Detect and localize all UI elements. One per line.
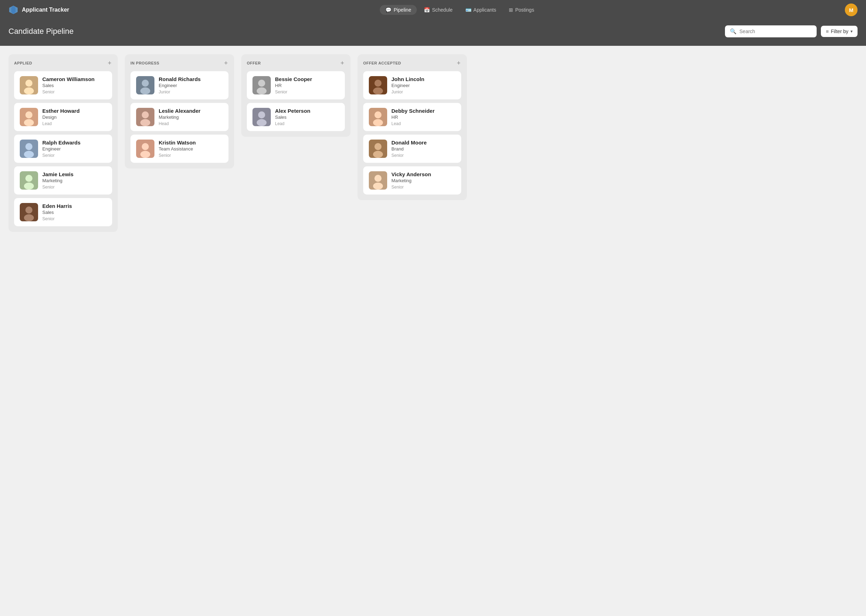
svg-point-20 <box>258 112 265 118</box>
card-dept: Design <box>42 115 107 120</box>
column-title-applied: APPLIED <box>14 61 32 65</box>
card-dept: Marketing <box>391 178 455 183</box>
avatar-face-icon <box>20 108 38 126</box>
card-item[interactable]: John Lincoln Engineer Junior <box>363 71 461 99</box>
card-dept: Sales <box>275 115 339 120</box>
card-item[interactable]: Kristin Watson Team Assistance Senior <box>131 135 228 163</box>
svg-point-24 <box>375 112 381 118</box>
svg-point-11 <box>24 214 34 221</box>
column-header-in-progress: IN PROGRESS + <box>131 60 228 66</box>
card-item[interactable]: Cameron Williamson Sales Senior <box>14 71 112 99</box>
card-info: Vicky Anderson Marketing Senior <box>391 171 455 190</box>
applicants-nav-label: Applicants <box>474 7 496 13</box>
card-level: Lead <box>391 121 455 126</box>
card-avatar <box>252 108 271 126</box>
card-info: Alex Peterson Sales Lead <box>275 108 339 126</box>
add-card-button-in-progress[interactable]: + <box>223 60 228 66</box>
card-item[interactable]: Ralph Edwards Engineer Senior <box>14 135 112 163</box>
card-avatar <box>20 108 38 126</box>
card-info: Cameron Williamson Sales Senior <box>42 76 107 94</box>
card-name: Leslie Alexander <box>159 108 223 114</box>
svg-point-3 <box>24 87 34 94</box>
card-name: Vicky Anderson <box>391 171 455 177</box>
page-title: Candidate Pipeline <box>8 27 74 36</box>
svg-point-9 <box>24 182 34 190</box>
search-box[interactable]: 🔍 <box>725 25 817 37</box>
add-card-button-offer-accepted[interactable]: + <box>456 60 461 66</box>
nav-tab-pipeline[interactable]: 💬Pipeline <box>380 5 417 15</box>
card-item[interactable]: Alex Peterson Sales Lead <box>247 103 345 131</box>
svg-point-21 <box>257 119 266 126</box>
card-avatar <box>369 108 387 126</box>
logo-area: Applicant Tracker <box>8 5 69 15</box>
svg-point-26 <box>375 143 381 150</box>
card-avatar <box>136 140 154 158</box>
column-header-applied: APPLIED + <box>14 60 112 66</box>
card-info: Kristin Watson Team Assistance Senior <box>159 140 223 158</box>
card-dept: Team Assistance <box>159 146 223 151</box>
avatar-face-icon <box>136 76 154 94</box>
header-controls: 🔍 ≡ Filter by ▾ <box>725 25 858 37</box>
svg-point-19 <box>257 87 266 94</box>
card-dept: Engineer <box>42 146 107 151</box>
pipeline-nav-label: Pipeline <box>394 7 411 13</box>
avatar-face-icon <box>136 108 154 126</box>
avatar-face-icon <box>252 76 271 94</box>
card-info: Bessie Cooper HR Senior <box>275 76 339 94</box>
svg-point-25 <box>373 119 383 126</box>
svg-point-4 <box>25 112 32 118</box>
card-dept: Engineer <box>159 83 223 88</box>
card-dept: Sales <box>42 210 107 215</box>
card-name: Donald Moore <box>391 140 455 146</box>
column-title-offer: OFFER <box>247 61 261 65</box>
add-card-button-applied[interactable]: + <box>107 60 112 66</box>
card-name: Esther Howard <box>42 108 107 114</box>
card-name: Alex Peterson <box>275 108 339 114</box>
card-item[interactable]: Debby Schneider HR Lead <box>363 103 461 131</box>
main-nav: 💬Pipeline📅Schedule🪪Applicants⊞Postings <box>80 5 839 15</box>
card-avatar <box>136 108 154 126</box>
svg-point-13 <box>140 87 150 94</box>
card-item[interactable]: Eden Harris Sales Senior <box>14 198 112 226</box>
card-info: Donald Moore Brand Senior <box>391 140 455 158</box>
svg-point-18 <box>258 80 265 87</box>
page-header: Candidate Pipeline 🔍 ≡ Filter by ▾ <box>0 20 866 46</box>
user-avatar[interactable]: M <box>845 3 858 16</box>
card-level: Senior <box>159 153 223 158</box>
card-info: Debby Schneider HR Lead <box>391 108 455 126</box>
card-level: Head <box>159 121 223 126</box>
logo-icon <box>8 5 18 15</box>
card-name: Ralph Edwards <box>42 140 107 146</box>
card-item[interactable]: Ronald Richards Engineer Junior <box>131 71 228 99</box>
nav-tab-schedule[interactable]: 📅Schedule <box>418 5 458 15</box>
card-info: Ronald Richards Engineer Junior <box>159 76 223 94</box>
filter-button[interactable]: ≡ Filter by ▾ <box>821 26 858 37</box>
card-avatar <box>252 76 271 94</box>
nav-tab-postings[interactable]: ⊞Postings <box>503 5 540 15</box>
nav-tab-applicants[interactable]: 🪪Applicants <box>460 5 502 15</box>
card-item[interactable]: Donald Moore Brand Senior <box>363 135 461 163</box>
add-card-button-offer[interactable]: + <box>340 60 345 66</box>
avatar-face-icon <box>136 140 154 158</box>
card-dept: HR <box>391 115 455 120</box>
svg-point-28 <box>375 175 381 182</box>
card-item[interactable]: Leslie Alexander Marketing Head <box>131 103 228 131</box>
svg-point-7 <box>24 151 34 158</box>
card-dept: Marketing <box>159 115 223 120</box>
card-item[interactable]: Jamie Lewis Marketing Senior <box>14 167 112 195</box>
avatar-face-icon <box>369 76 387 94</box>
card-avatar <box>20 140 38 158</box>
card-item[interactable]: Esther Howard Design Lead <box>14 103 112 131</box>
card-info: Jamie Lewis Marketing Senior <box>42 171 107 190</box>
avatar-face-icon <box>20 171 38 190</box>
column-header-offer-accepted: OFFER ACCEPTED + <box>363 60 461 66</box>
schedule-nav-icon: 📅 <box>424 7 430 13</box>
card-level: Junior <box>391 90 455 94</box>
card-name: Ronald Richards <box>159 76 223 82</box>
card-level: Senior <box>275 90 339 94</box>
search-input[interactable] <box>739 28 812 34</box>
card-name: Kristin Watson <box>159 140 223 146</box>
svg-point-17 <box>140 151 150 158</box>
card-item[interactable]: Vicky Anderson Marketing Senior <box>363 167 461 195</box>
card-item[interactable]: Bessie Cooper HR Senior <box>247 71 345 99</box>
